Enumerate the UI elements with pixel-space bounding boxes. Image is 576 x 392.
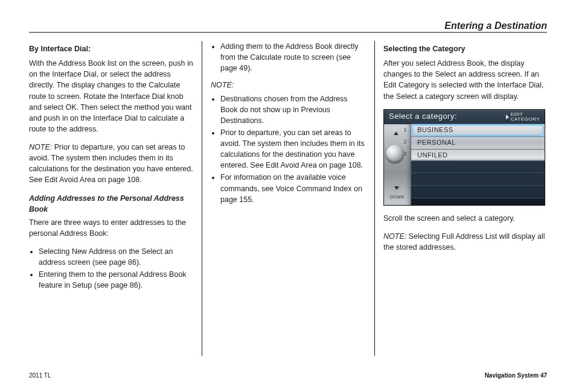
device-screenshot: Select a category: EDIT CATEGORY xyxy=(383,109,545,206)
category-label: UNFILED xyxy=(417,151,448,160)
category-row-personal[interactable]: PERSONAL xyxy=(411,137,545,150)
empty-rows xyxy=(411,160,545,205)
running-head: Entering a Destination xyxy=(444,21,547,31)
category-label: BUSINESS xyxy=(417,125,453,135)
list-item: For information on the available voice c… xyxy=(220,172,366,204)
right-note: NOTE: Selecting Full Address List will d… xyxy=(383,231,547,253)
row-number: 5 xyxy=(401,172,409,185)
note-body: Selecting Full Address List will display… xyxy=(383,232,545,251)
device-dial-panel: 1 2 3 4 5 DOWN xyxy=(384,124,411,205)
left-bullets: Selecting New Address on the Select an a… xyxy=(29,246,193,291)
note-body: Prior to departure, you can set areas to… xyxy=(29,143,193,184)
right-heading: Selecting the Category xyxy=(383,43,547,54)
category-row-business[interactable]: BUSINESS xyxy=(411,124,545,137)
list-item: Destinations chosen from the Address Boo… xyxy=(220,93,366,126)
chevron-up-icon xyxy=(394,131,398,135)
table-row xyxy=(411,186,545,198)
list-item: Adding them to the Address Book directly… xyxy=(220,41,366,74)
down-label: DOWN xyxy=(390,195,404,199)
footer: 2011 TL Navigation System 47 xyxy=(29,372,547,379)
column-right: Selecting the Category After you select … xyxy=(374,41,547,356)
header-rule xyxy=(29,32,547,33)
footer-left: 2011 TL xyxy=(29,372,51,379)
column-middle: Adding them to the Address Book directly… xyxy=(202,41,374,356)
edit-category-button[interactable]: EDIT CATEGORY xyxy=(506,112,540,122)
left-para-2: There are three ways to enter addresses … xyxy=(29,217,193,239)
list-item: Selecting New Address on the Select an a… xyxy=(39,246,193,268)
list-item: Entering them to the personal Address Bo… xyxy=(39,269,193,291)
manual-page: Entering a Destination By Interface Dial… xyxy=(0,0,576,392)
category-row-unfiled[interactable]: UNFILED xyxy=(411,150,545,162)
device-list: BUSINESS PERSONAL UNFILED xyxy=(411,124,545,205)
list-item: Prior to departure, you can set areas to… xyxy=(220,127,366,171)
note-label: NOTE: xyxy=(383,232,406,241)
left-note: NOTE: Prior to departure, you can set ar… xyxy=(29,142,193,186)
left-para-1: With the Address Book list on the screen… xyxy=(29,58,193,134)
columns: By Interface Dial: With the Address Book… xyxy=(29,41,547,356)
middle-bullets-top: Adding them to the Address Book directly… xyxy=(211,41,366,74)
note-label: NOTE: xyxy=(29,143,52,151)
table-row xyxy=(411,160,545,173)
right-para-intro: After you select Address Book, the displ… xyxy=(383,58,547,102)
edit-label-2: CATEGORY xyxy=(511,117,540,122)
dial-knob[interactable] xyxy=(386,145,404,163)
middle-note-bullets: Destinations chosen from the Address Boo… xyxy=(211,93,366,205)
row-number: 1 xyxy=(401,124,409,136)
footer-right: Navigation System 47 xyxy=(485,372,547,379)
table-row xyxy=(411,173,545,186)
left-subhead: Adding Addresses to the Personal Address… xyxy=(29,193,193,215)
category-label: PERSONAL xyxy=(417,138,456,148)
column-left: By Interface Dial: With the Address Book… xyxy=(29,41,202,356)
note-label: NOTE: xyxy=(211,80,366,90)
device-body: 1 2 3 4 5 DOWN xyxy=(384,124,545,205)
right-para-after: Scroll the screen and select a category. xyxy=(383,213,547,224)
down-button[interactable]: DOWN xyxy=(390,186,403,201)
left-heading: By Interface Dial: xyxy=(29,43,193,54)
chevron-down-icon xyxy=(394,186,399,190)
device-title-bar: Select a category: EDIT CATEGORY xyxy=(384,110,545,125)
play-icon xyxy=(506,115,509,119)
device-title: Select a category: xyxy=(389,111,457,122)
